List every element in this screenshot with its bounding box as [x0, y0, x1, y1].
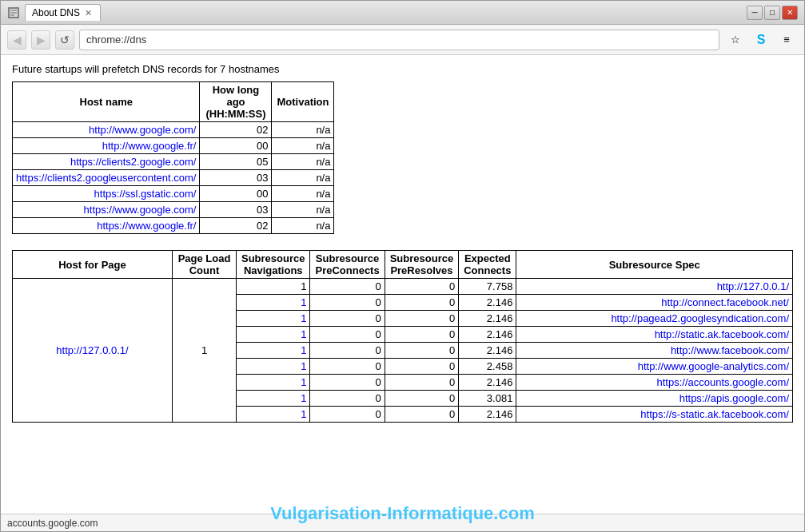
col-page-load-count: Page LoadCount	[173, 251, 237, 279]
subrow-cell: 0	[310, 375, 385, 391]
table-row: n/a	[272, 138, 334, 154]
subrow-cell: 0	[310, 327, 385, 343]
subrow-cell: http://www.google-analytics.com/	[516, 359, 793, 375]
table-row: https://www.google.com/	[13, 202, 200, 218]
subrow-cell: 2.146	[459, 375, 516, 391]
col-host-page: Host for Page	[13, 251, 173, 279]
address-bar[interactable]: chrome://dns	[79, 30, 719, 50]
table-row: 02	[200, 218, 272, 234]
tab-close-button[interactable]: ✕	[85, 8, 92, 18]
close-button[interactable]: ✕	[782, 6, 798, 20]
subrow-cell: 0	[385, 311, 458, 327]
subrow-cell: 1	[237, 391, 310, 407]
table-row: http://127.0.0.1/11007.758http://127.0.0…	[13, 279, 793, 295]
table-row: n/a	[272, 202, 334, 218]
forward-button[interactable]: ▶	[31, 30, 50, 50]
subrow-cell: 0	[310, 391, 385, 407]
tab-label: About DNS	[32, 7, 80, 18]
table-row: 00	[200, 138, 272, 154]
nav-icons: ☆ S ≡	[724, 29, 798, 51]
subrow-cell: https://apis.google.com/	[516, 391, 793, 407]
subrow-cell: 0	[385, 327, 458, 343]
col-hostname: Host name	[13, 82, 200, 122]
col-expected-connects: ExpectedConnects	[459, 251, 516, 279]
table-row: https://ssl.gstatic.com/	[13, 186, 200, 202]
table-row: 03	[200, 170, 272, 186]
subrow-cell: https://accounts.google.com/	[516, 375, 793, 391]
subrow-cell: 0	[385, 407, 458, 423]
subrow-cell: 1	[237, 279, 310, 295]
subrow-cell: 0	[385, 391, 458, 407]
subrow-cell: http://127.0.0.1/	[516, 279, 793, 295]
dns-prefetch-table: Host name How long ago(HH:MM:SS) Motivat…	[12, 81, 334, 234]
browser-window: About DNS ✕ ─ □ ✕ ◀ ▶ ↺ chrome://dns ☆ S…	[0, 0, 805, 532]
subrow-cell: 2.146	[459, 327, 516, 343]
subrow-cell: http://connect.facebook.net/	[516, 295, 793, 311]
col-subresource-preconnect: SubresourcePreConnects	[310, 251, 385, 279]
table-row: n/a	[272, 170, 334, 186]
table-row: 00	[200, 186, 272, 202]
subrow-cell: 0	[310, 359, 385, 375]
subrow-cell: 0	[385, 343, 458, 359]
menu-icon[interactable]: ≡	[775, 29, 798, 51]
subrow-cell: 0	[385, 375, 458, 391]
table-row: 05	[200, 154, 272, 170]
window-controls: ─ □ ✕	[747, 6, 798, 20]
subrow-cell: 2.458	[459, 359, 516, 375]
count-cell: 1	[173, 279, 237, 423]
subrow-cell: 0	[310, 295, 385, 311]
table-row: 02	[200, 122, 272, 138]
subrow-cell: http://www.facebook.com/	[516, 343, 793, 359]
subrow-cell: 1	[237, 311, 310, 327]
subresource-table: Host for Page Page LoadCount Subresource…	[12, 250, 793, 423]
col-subresource-nav: SubresourceNavigations	[237, 251, 310, 279]
table-row: n/a	[272, 186, 334, 202]
back-button[interactable]: ◀	[7, 30, 26, 50]
host-cell: http://127.0.0.1/	[13, 279, 173, 423]
col-howlong: How long ago(HH:MM:SS)	[200, 82, 272, 122]
page-icon	[7, 6, 20, 19]
subrow-cell: 0	[310, 407, 385, 423]
subrow-cell: 2.146	[459, 311, 516, 327]
subrow-cell: http://static.ak.facebook.com/	[516, 327, 793, 343]
table-row: n/a	[272, 218, 334, 234]
table-row: n/a	[272, 122, 334, 138]
subrow-cell: 0	[385, 295, 458, 311]
table-row: n/a	[272, 154, 334, 170]
subrow-cell: 1	[237, 327, 310, 343]
col-subresource-spec: Subresource Spec	[516, 251, 793, 279]
subrow-cell: https://s-static.ak.facebook.com/	[516, 407, 793, 423]
active-tab[interactable]: About DNS ✕	[25, 4, 101, 21]
skype-icon[interactable]: S	[750, 29, 772, 51]
subrow-cell: 2.146	[459, 295, 516, 311]
subrow-cell: 0	[385, 359, 458, 375]
subrow-cell: 0	[310, 279, 385, 295]
table-row: 03	[200, 202, 272, 218]
subrow-cell: 0	[310, 311, 385, 327]
reload-button[interactable]: ↺	[55, 30, 74, 50]
content-area: Future startups will prefetch DNS record…	[1, 55, 804, 514]
bookmark-icon[interactable]: ☆	[724, 29, 747, 51]
nav-bar: ◀ ▶ ↺ chrome://dns ☆ S ≡	[1, 25, 804, 55]
minimize-button[interactable]: ─	[747, 6, 763, 20]
table-row: https://www.google.fr/	[13, 218, 200, 234]
subrow-cell: 0	[310, 343, 385, 359]
subrow-cell: 1	[237, 407, 310, 423]
table-row: http://www.google.com/	[13, 122, 200, 138]
status-text: accounts.google.com	[7, 518, 98, 529]
maximize-button[interactable]: □	[764, 6, 780, 20]
subrow-cell: 1	[237, 359, 310, 375]
subrow-cell: 1	[237, 375, 310, 391]
subrow-cell: 1	[237, 343, 310, 359]
status-bar: accounts.google.com	[1, 514, 804, 531]
col-subresource-preresolve: SubresourcePreResolves	[385, 251, 458, 279]
subrow-cell: 2.146	[459, 343, 516, 359]
subrow-cell: 0	[385, 279, 458, 295]
title-bar: About DNS ✕ ─ □ ✕	[1, 1, 804, 25]
table-row: https://clients2.google.com/	[13, 154, 200, 170]
address-text: chrome://dns	[86, 34, 146, 46]
col-motivation: Motivation	[272, 82, 334, 122]
tab-bar: About DNS ✕	[25, 4, 747, 21]
subrow-cell: 7.758	[459, 279, 516, 295]
table-row: http://www.google.fr/	[13, 138, 200, 154]
